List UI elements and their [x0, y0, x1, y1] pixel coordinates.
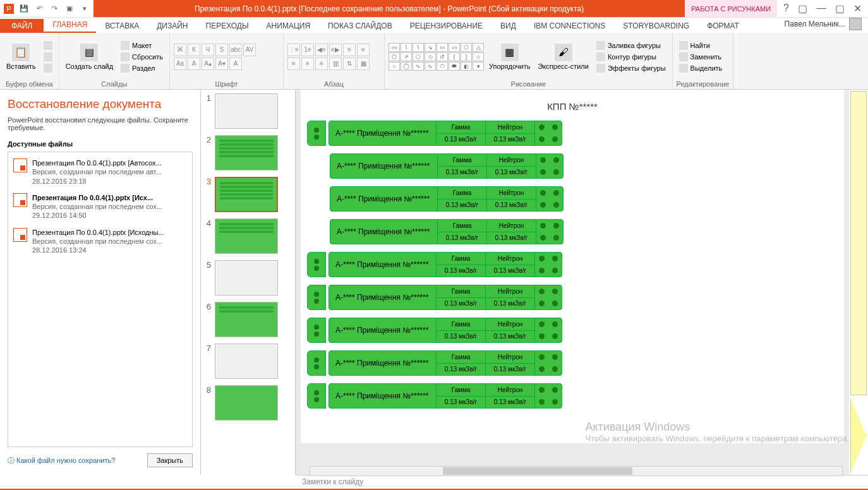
reset-button[interactable]: Сбросить [118, 52, 166, 62]
sensor-row[interactable]: А-**** Приміщення №******Гамма0.13 мкЗв/… [307, 121, 838, 146]
new-slide-button[interactable]: ▤Создать слайд [63, 42, 116, 71]
contextual-tab-badge: РАБОТА С РИСУНКАМИ [685, 0, 777, 17]
linespace-button[interactable]: ≡ [343, 44, 356, 56]
shape-fill-button[interactable]: Заливка фигуры [594, 40, 668, 51]
available-files-label: Доступные файлы [8, 140, 193, 148]
recovery-file-item[interactable]: Презентация По 0.0.4(1).pptx [Исх...Верс… [11, 189, 190, 224]
clear-format-button[interactable]: A [229, 57, 242, 70]
slide-canvas-area[interactable]: КПП №***** А-**** Приміщення №******Гамм… [296, 90, 849, 475]
fill-icon [596, 41, 605, 50]
sensor-row[interactable]: А-**** Приміщення №******Гамма0.13 мкЗв/… [307, 285, 838, 310]
notes-pane[interactable]: Заметки к слайду [296, 475, 868, 489]
tab-format[interactable]: ФОРМАТ [698, 19, 748, 33]
close-recovery-button[interactable]: Закрыть [147, 453, 193, 467]
format-painter-button[interactable] [41, 63, 55, 73]
sensor-row[interactable]: А-**** Приміщення №******Гамма0.13 мкЗв/… [307, 350, 838, 376]
close-icon[interactable]: ✕ [853, 3, 862, 15]
case-button[interactable]: Aa [174, 57, 186, 70]
tab-transitions[interactable]: ПЕРЕХОДЫ [197, 19, 258, 33]
thumb-5[interactable]: 5 [203, 260, 292, 296]
maximize-icon[interactable]: ▢ [835, 3, 845, 15]
yellow-strip[interactable] [850, 91, 867, 395]
tab-home[interactable]: ГЛАВНАЯ [44, 18, 96, 33]
bullets-button[interactable]: ⋮≡ [287, 44, 300, 56]
save-icon[interactable]: 💾 [19, 4, 29, 14]
thumb-7[interactable]: 7 [203, 344, 292, 379]
align-left-button[interactable]: ≡ [357, 44, 370, 56]
tab-insert[interactable]: ВСТАВКА [96, 19, 148, 33]
yellow-strip[interactable] [850, 398, 867, 474]
arrange-button[interactable]: ▦Упорядочить [486, 42, 533, 71]
quick-styles-button[interactable]: 🖌Экспресс-стили [535, 42, 591, 71]
horizontal-scrollbar[interactable] [310, 466, 843, 476]
underline-button[interactable]: Ч [202, 44, 214, 56]
qat-more-icon[interactable]: ▾ [80, 4, 90, 14]
drawing-group-label: Рисование [389, 79, 668, 88]
grow-font-button[interactable]: A▴ [202, 57, 214, 70]
thumb-6[interactable]: 6 [203, 302, 292, 337]
help-icon[interactable]: ? [783, 3, 789, 15]
tab-file[interactable]: ФАЙЛ [0, 19, 44, 33]
numbering-button[interactable]: 1≡ [301, 44, 314, 56]
shapes-gallery[interactable]: ▭\\↘▭▭⬡△ ⬠↗⬡◇↺{}☆ ○◯∿∿⬭⬬◐▾ [389, 43, 484, 71]
thumb-2[interactable]: 2 [203, 135, 292, 170]
replace-label: Заменить [690, 53, 721, 61]
new-slide-label: Создать слайд [66, 63, 113, 70]
tab-storyboarding[interactable]: STORYBOARDING [614, 19, 698, 33]
align-right-button[interactable]: ≡ [301, 57, 314, 70]
align-center-button[interactable]: ≡ [287, 57, 300, 70]
title-bar: P 💾 ↶ ↷ ▣ ▾ Презентация По 0.0.4(1).pptx… [0, 0, 868, 18]
thumb-4[interactable]: 4 [203, 218, 292, 254]
font-color-button[interactable]: A [188, 57, 200, 70]
sensor-row[interactable]: А-**** Приміщення №******Гамма0.13 мкЗв/… [330, 186, 838, 212]
redo-icon[interactable]: ↷ [49, 4, 59, 14]
shrink-font-button[interactable]: A▾ [215, 57, 228, 70]
tab-view[interactable]: ВИД [491, 19, 525, 33]
start-icon[interactable]: ▣ [64, 4, 75, 14]
tab-animation[interactable]: АНИМАЦИЯ [258, 19, 319, 33]
sensor-row[interactable]: А-**** Приміщення №******Гамма0.13 мкЗв/… [307, 383, 838, 409]
tab-design[interactable]: ДИЗАЙН [148, 19, 196, 33]
shape-effects-button[interactable]: Эффекты фигуры [594, 63, 668, 73]
justify-button[interactable]: ≡ [315, 57, 328, 70]
tab-slideshow[interactable]: ПОКАЗ СЛАЙДОВ [319, 19, 401, 33]
thumb-3[interactable]: 3 [203, 177, 292, 212]
minimize-icon[interactable]: — [816, 3, 826, 15]
sensor-row[interactable]: А-**** Приміщення №******Гамма0.13 мкЗв/… [330, 153, 838, 179]
thumb-1[interactable]: 1 [203, 93, 292, 129]
shadow-button[interactable]: S [215, 44, 228, 56]
find-button[interactable]: Найти [677, 40, 725, 51]
section-button[interactable]: Раздел [118, 63, 166, 73]
smartart-button[interactable]: ▦ [357, 57, 370, 70]
shape-outline-button[interactable]: Контур фигуры [594, 52, 668, 62]
layout-button[interactable]: Макет [118, 40, 166, 51]
text-direction-button[interactable]: ⇅ [343, 57, 356, 70]
sensor-row[interactable]: А-**** Приміщення №******Гамма0.13 мкЗв/… [307, 252, 838, 277]
section-icon [121, 64, 130, 73]
sensor-row[interactable]: А-**** Приміщення №******Гамма0.13 мкЗв/… [330, 219, 838, 244]
strike-button[interactable]: abc [229, 44, 242, 56]
sensor-row[interactable]: А-**** Приміщення №******Гамма0.13 мкЗв/… [307, 318, 838, 343]
thumb-8[interactable]: 8 [203, 385, 292, 421]
slide-canvas[interactable]: КПП №***** А-**** Приміщення №******Гамм… [301, 90, 844, 443]
recovery-file-item[interactable]: Презентация По 0.0.4(1).pptx [Исходны...… [11, 224, 190, 259]
which-file-label: Какой файл нужно сохранить? [16, 457, 115, 464]
recovery-file-item[interactable]: Презентация По 0.0.4(1).pptx [Автосох...… [11, 155, 190, 189]
select-button[interactable]: Выделить [677, 63, 725, 73]
copy-button[interactable] [41, 52, 55, 62]
columns-button[interactable]: ▥ [329, 57, 342, 70]
user-account[interactable]: Павел Мельник... [778, 15, 868, 33]
indent-dec-button[interactable]: ◀≡ [315, 44, 328, 56]
which-file-link[interactable]: ⓘ Какой файл нужно сохранить? [8, 456, 115, 465]
indent-inc-button[interactable]: ≡▶ [329, 44, 342, 56]
paste-button[interactable]: 📋Вставить [4, 42, 39, 71]
bold-button[interactable]: Ж [174, 44, 186, 56]
italic-button[interactable]: К [188, 44, 200, 56]
spacing-button[interactable]: AV [243, 44, 256, 56]
undo-icon[interactable]: ↶ [34, 4, 44, 14]
tab-review[interactable]: РЕЦЕНЗИРОВАНИЕ [401, 19, 491, 33]
cut-button[interactable] [41, 40, 55, 51]
replace-button[interactable]: Заменить [677, 52, 725, 62]
tab-ibm[interactable]: IBM CONNECTIONS [525, 19, 614, 33]
ribbon-options-icon[interactable]: ▢ [798, 3, 807, 15]
